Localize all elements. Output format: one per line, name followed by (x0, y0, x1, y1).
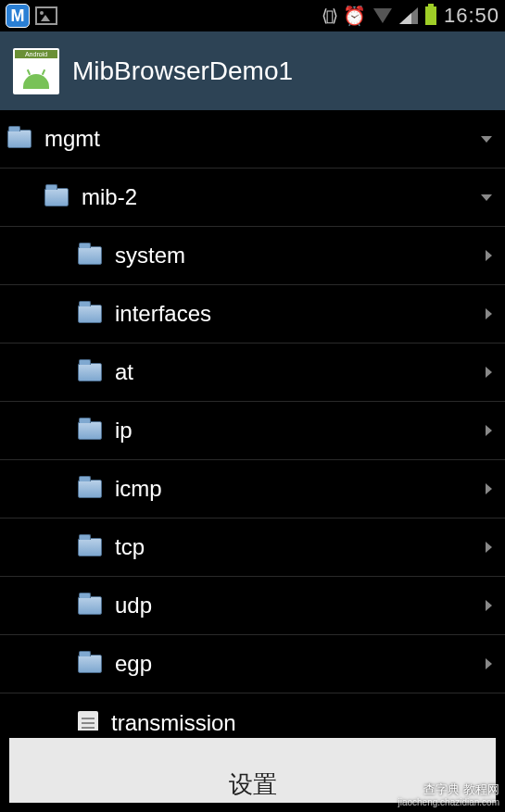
tree-item-system[interactable]: system (0, 227, 505, 285)
tree-item-label: icmp (115, 476, 486, 502)
tree-item-label: system (115, 243, 486, 269)
alarm-icon: ⏰ (343, 5, 366, 27)
status-bar: M ⟨▯⟩ ⏰ 16:50 (0, 0, 505, 31)
settings-button-label: 设置 (229, 768, 277, 801)
tree-item-label: at (115, 359, 486, 385)
chevron-right-icon (486, 308, 492, 319)
chevron-right-icon (486, 483, 492, 494)
tree-item-icmp[interactable]: icmp (0, 460, 505, 518)
wifi-icon (373, 8, 392, 23)
folder-icon (78, 596, 102, 615)
signal-icon (399, 7, 418, 24)
tree-item-tcp[interactable]: tcp (0, 518, 505, 577)
tree-item-mib-2[interactable]: mib-2 (0, 169, 505, 227)
chevron-down-icon (481, 194, 492, 201)
tree-item-udp[interactable]: udp (0, 577, 505, 635)
picture-icon (35, 6, 57, 25)
chevron-right-icon (486, 367, 492, 378)
tree-item-label: interfaces (115, 301, 486, 327)
tree-item-transmission[interactable]: transmission (0, 693, 505, 731)
folder-icon (78, 538, 102, 556)
folder-icon (78, 363, 102, 381)
battery-icon (425, 6, 436, 25)
android-icon (23, 74, 49, 89)
tree-item-label: ip (115, 418, 486, 443)
tree-item-ip[interactable]: ip (0, 402, 505, 460)
file-icon (78, 711, 98, 731)
chevron-right-icon (486, 658, 492, 669)
status-right: ⟨▯⟩ ⏰ 16:50 (322, 4, 499, 28)
tree-item-egp[interactable]: egp (0, 635, 505, 693)
folder-icon (78, 246, 102, 265)
chevron-down-icon (481, 136, 492, 143)
tree-item-at[interactable]: at (0, 344, 505, 402)
tree-item-label: mib-2 (82, 184, 481, 210)
tree-view: mgmtmib-2systeminterfacesatipicmptcpudpe… (0, 110, 505, 731)
tree-item-label: mgmt (44, 126, 481, 152)
folder-icon (78, 480, 102, 498)
tree-item-label: egp (115, 651, 486, 677)
chevron-right-icon (486, 600, 492, 611)
folder-icon (7, 130, 32, 148)
status-left: M (6, 4, 57, 28)
security-app-icon: M (6, 4, 30, 28)
app-icon[interactable]: Android (13, 48, 59, 94)
app-title: MibBrowserDemo1 (72, 56, 293, 86)
chevron-right-icon (486, 425, 492, 436)
tree-item-interfaces[interactable]: interfaces (0, 285, 505, 344)
watermark: 查字典 教程网 jiaocheng.chazidian.com (398, 782, 499, 808)
tree-item-label: transmission (111, 710, 492, 731)
tree-item-label: udp (115, 593, 486, 618)
clock-time: 16:50 (444, 4, 499, 28)
folder-icon (78, 655, 102, 673)
vibrate-icon: ⟨▯⟩ (322, 6, 335, 26)
tree-item-label: tcp (115, 534, 486, 560)
watermark-line1: 查字典 教程网 (398, 782, 499, 797)
action-bar: Android MibBrowserDemo1 (0, 31, 505, 110)
watermark-line2: jiaocheng.chazidian.com (398, 797, 499, 808)
folder-icon (78, 421, 102, 440)
folder-icon (78, 305, 102, 323)
chevron-right-icon (486, 542, 492, 553)
chevron-right-icon (486, 250, 492, 261)
folder-icon (44, 188, 69, 206)
tree-item-mgmt[interactable]: mgmt (0, 110, 505, 169)
